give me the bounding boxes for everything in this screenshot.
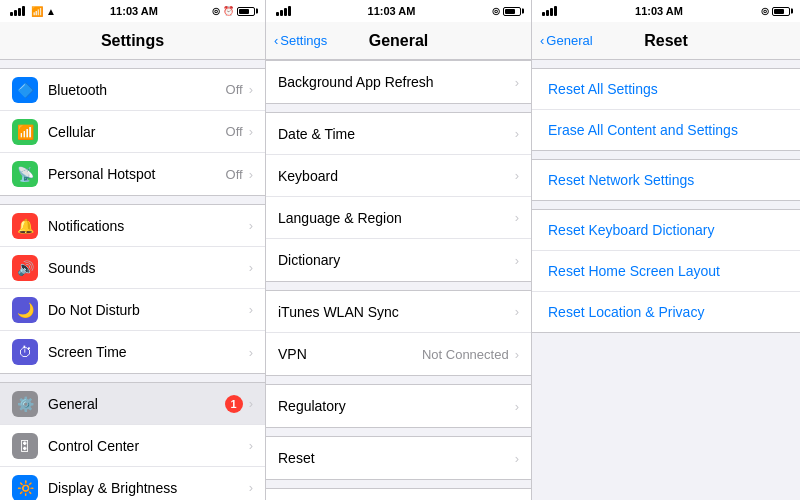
cellular-icon: 📶 (12, 119, 38, 145)
row-dnd[interactable]: 🌙 Do Not Disturb › (0, 289, 265, 331)
panel-settings: 📶 ▲ 11:03 AM ◎ ⏰ Settings 🔷 Bluetooth Of… (0, 0, 266, 500)
group-reset: Reset › (266, 436, 531, 480)
alarm-icon: ⏰ (223, 6, 234, 16)
nav-back-general[interactable]: ‹ Settings (274, 33, 327, 48)
row-language[interactable]: Language & Region › (266, 197, 531, 239)
dnd-icon: 🌙 (12, 297, 38, 323)
sounds-icon: 🔊 (12, 255, 38, 281)
row-regulatory[interactable]: Regulatory › (266, 385, 531, 427)
status-signal-1: 📶 ▲ (10, 6, 56, 17)
row-reset-location[interactable]: Reset Location & Privacy (532, 292, 800, 332)
row-datetime[interactable]: Date & Time › (266, 113, 531, 155)
status-bar-1: 📶 ▲ 11:03 AM ◎ ⏰ (0, 0, 265, 22)
dictionary-chevron: › (515, 253, 519, 268)
battery-icon-2 (503, 7, 521, 16)
group-reset-keyboard: Reset Keyboard Dictionary Reset Home Scr… (532, 209, 800, 333)
bar1 (542, 12, 545, 16)
general-chevron: › (249, 396, 253, 411)
status-right-1: ◎ ⏰ (212, 6, 255, 16)
datetime-chevron: › (515, 126, 519, 141)
bar1 (276, 12, 279, 16)
hotspot-icon: 📡 (12, 161, 38, 187)
row-sounds[interactable]: 🔊 Sounds › (0, 247, 265, 289)
bar4 (22, 6, 25, 16)
bluetooth-icon: 🔷 (12, 77, 38, 103)
carrier-label: 📶 (31, 6, 43, 17)
nav-back-reset[interactable]: ‹ General (540, 33, 593, 48)
cellular-chevron: › (249, 124, 253, 139)
reset-label: Reset (278, 450, 515, 466)
vpn-chevron: › (515, 347, 519, 362)
back-chevron-reset: ‹ (540, 33, 544, 48)
group-datetime: Date & Time › Keyboard › Language & Regi… (266, 112, 531, 282)
screentime-chevron: › (249, 345, 253, 360)
row-erase-all[interactable]: Erase All Content and Settings (532, 110, 800, 150)
regulatory-label: Regulatory (278, 398, 515, 414)
row-reset-keyboard[interactable]: Reset Keyboard Dictionary (532, 210, 800, 251)
group-itunes: iTunes WLAN Sync › VPN Not Connected › (266, 290, 531, 376)
status-right-2: ◎ (492, 6, 521, 16)
keyboard-chevron: › (515, 168, 519, 183)
row-display[interactable]: 🔆 Display & Brightness › (0, 467, 265, 500)
erase-all-label: Erase All Content and Settings (548, 122, 738, 138)
row-vpn[interactable]: VPN Not Connected › (266, 333, 531, 375)
panel-general: 11:03 AM ◎ ‹ Settings General Background… (266, 0, 532, 500)
screentime-label: Screen Time (48, 344, 249, 360)
location-icon: ◎ (212, 6, 220, 16)
general-label: General (48, 396, 225, 412)
row-cellular[interactable]: 📶 Cellular Off › (0, 111, 265, 153)
dnd-label: Do Not Disturb (48, 302, 249, 318)
shutdown-row[interactable]: Shut Down (266, 488, 531, 500)
location-icon-2: ◎ (492, 6, 500, 16)
status-time-2: 11:03 AM (368, 5, 416, 17)
notifications-chevron: › (249, 218, 253, 233)
settings-group-system: 🔔 Notifications › 🔊 Sounds › 🌙 Do Not Di… (0, 204, 265, 374)
row-reset-network[interactable]: Reset Network Settings (532, 160, 800, 200)
row-bluetooth[interactable]: 🔷 Bluetooth Off › (0, 69, 265, 111)
reset-location-label: Reset Location & Privacy (548, 304, 704, 320)
row-reset[interactable]: Reset › (266, 437, 531, 479)
row-notifications[interactable]: 🔔 Notifications › (0, 205, 265, 247)
datetime-label: Date & Time (278, 126, 515, 142)
status-signal-3 (542, 6, 557, 16)
panel-reset: 11:03 AM ◎ ‹ General Reset Reset All Set… (532, 0, 800, 500)
language-label: Language & Region (278, 210, 515, 226)
row-itunes[interactable]: iTunes WLAN Sync › (266, 291, 531, 333)
bar2 (14, 10, 17, 16)
cellular-value: Off (226, 124, 243, 139)
settings-group-general: ⚙️ General 1 › 🎛 Control Center › 🔆 Disp… (0, 382, 265, 500)
general-list: Background App Refresh › Date & Time › K… (266, 60, 531, 500)
dictionary-label: Dictionary (278, 252, 515, 268)
battery-fill-1 (239, 9, 249, 14)
display-chevron: › (249, 480, 253, 495)
bar2 (280, 10, 283, 16)
nav-bar-reset: ‹ General Reset (532, 22, 800, 60)
screentime-icon: ⏱ (12, 339, 38, 365)
reset-network-label: Reset Network Settings (548, 172, 694, 188)
row-reset-home-screen[interactable]: Reset Home Screen Layout (532, 251, 800, 292)
nav-title-reset: Reset (644, 32, 688, 50)
row-dictionary[interactable]: Dictionary › (266, 239, 531, 281)
regulatory-chevron: › (515, 399, 519, 414)
row-bg-refresh[interactable]: Background App Refresh › (266, 61, 531, 103)
row-general[interactable]: ⚙️ General 1 › (0, 383, 265, 425)
bar4 (554, 6, 557, 16)
hotspot-value: Off (226, 167, 243, 182)
settings-group-network: 🔷 Bluetooth Off › 📶 Cellular Off › 📡 Per… (0, 68, 265, 196)
row-hotspot[interactable]: 📡 Personal Hotspot Off › (0, 153, 265, 195)
group-regulatory: Regulatory › (266, 384, 531, 428)
row-keyboard[interactable]: Keyboard › (266, 155, 531, 197)
itunes-label: iTunes WLAN Sync (278, 304, 515, 320)
notifications-icon: 🔔 (12, 213, 38, 239)
cellular-label: Cellular (48, 124, 226, 140)
row-screentime[interactable]: ⏱ Screen Time › (0, 331, 265, 373)
vpn-label: VPN (278, 346, 422, 362)
notifications-label: Notifications (48, 218, 249, 234)
row-control-center[interactable]: 🎛 Control Center › (0, 425, 265, 467)
row-reset-all-settings[interactable]: Reset All Settings (532, 69, 800, 110)
signal-icon (10, 6, 25, 16)
nav-bar-settings: Settings (0, 22, 265, 60)
bluetooth-chevron: › (249, 82, 253, 97)
location-icon-3: ◎ (761, 6, 769, 16)
general-icon: ⚙️ (12, 391, 38, 417)
